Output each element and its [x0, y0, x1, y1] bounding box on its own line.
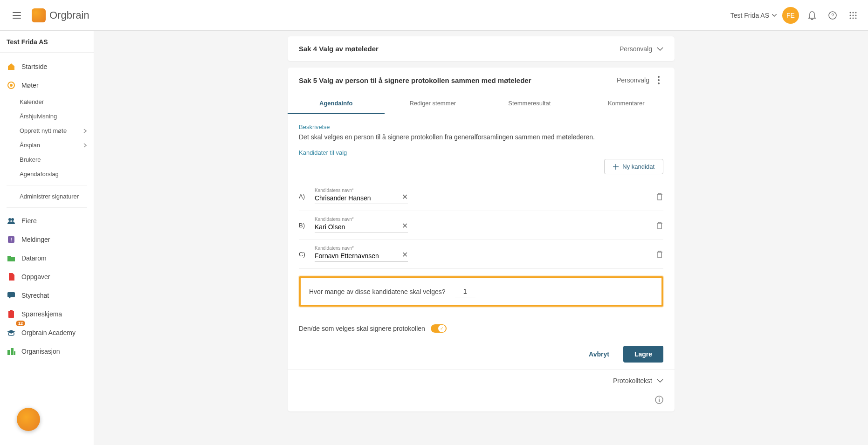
owners-icon	[7, 216, 16, 226]
sidebar-item-sporreskjema[interactable]: Spørreskjema	[0, 305, 94, 323]
candidate-field: Kandidatens navn* ✕	[315, 246, 408, 262]
sidebar-sub-arsplan[interactable]: Årsplan	[0, 138, 94, 152]
hamburger-icon	[13, 12, 21, 19]
how-many-input[interactable]	[455, 286, 475, 297]
chevron-right-icon	[83, 143, 87, 148]
clear-icon[interactable]: ✕	[402, 221, 408, 230]
delete-candidate-button[interactable]	[656, 221, 663, 230]
logo-text: Orgbrain	[49, 9, 90, 21]
org-dropdown-label: Test Frida AS	[730, 12, 769, 19]
svg-rect-20	[7, 350, 10, 355]
svg-text:!: !	[10, 237, 12, 242]
cancel-button[interactable]: Avbryt	[580, 346, 618, 363]
candidate-row: B) Kandidatens navn* ✕	[299, 211, 663, 240]
tab-rediger-stemmer[interactable]: Rediger stemmer	[385, 93, 482, 114]
save-button[interactable]: Lagre	[623, 346, 663, 363]
card-header[interactable]: Sak 4 Valg av møteleder Personvalg	[288, 36, 675, 61]
sidebar-label: Orgbrain Academy	[21, 329, 76, 336]
svg-rect-25	[659, 399, 660, 402]
plus-icon	[613, 164, 619, 170]
sidebar-sub-label: Opprett nytt møte	[20, 127, 67, 134]
candidate-row: A) Kandidatens navn* ✕	[299, 182, 663, 211]
sidebar-item-oppgaver[interactable]: Oppgaver	[0, 267, 94, 286]
apps-button[interactable]	[846, 8, 861, 23]
delete-candidate-button[interactable]	[656, 250, 663, 259]
sidebar-sub-brukere[interactable]: Brukere	[0, 152, 94, 167]
svg-point-3	[853, 12, 854, 13]
avatar[interactable]: FE	[782, 7, 799, 24]
more-options-button[interactable]	[654, 76, 663, 84]
field-label: Kandidatens navn*	[315, 188, 354, 193]
sidebar-label: Styrechat	[21, 292, 49, 299]
sidebar-sub-opprett[interactable]: Opprett nytt møte	[0, 123, 94, 138]
sidebar-item-organisasjon[interactable]: Organisasjon	[0, 342, 94, 361]
chat-icon	[7, 291, 16, 300]
svg-point-14	[11, 218, 14, 221]
svg-rect-22	[14, 351, 15, 355]
svg-rect-17	[7, 292, 15, 297]
sidebar-label: Startside	[21, 63, 47, 70]
delete-candidate-button[interactable]	[656, 192, 663, 201]
field-label: Kandidatens navn*	[315, 246, 354, 251]
svg-point-13	[8, 218, 11, 221]
chevron-down-icon	[657, 379, 663, 383]
card-title: Sak 5 Valg av person til å signere proto…	[299, 76, 531, 84]
header-right: Test Frida AS FE ?	[730, 7, 861, 24]
svg-rect-21	[11, 348, 14, 355]
svg-point-2	[850, 12, 851, 13]
sidebar-label: Møter	[21, 82, 39, 89]
org-dropdown[interactable]: Test Frida AS	[730, 12, 777, 19]
sidebar-label: Organisasjon	[21, 348, 60, 355]
survey-icon	[7, 309, 16, 319]
action-buttons: Avbryt Lagre	[288, 339, 675, 369]
svg-text:?: ?	[831, 13, 834, 18]
card-title: Sak 4 Valg av møteleder	[299, 45, 379, 53]
logo[interactable]: Orgbrain	[32, 8, 90, 22]
academy-icon	[7, 328, 16, 337]
help-button[interactable]: ?	[825, 8, 840, 23]
hamburger-menu-button[interactable]	[7, 6, 26, 25]
how-many-highlight: Hvor mange av disse kandidatene skal vel…	[299, 276, 663, 307]
svg-point-8	[850, 17, 851, 19]
chevron-right-icon	[83, 129, 87, 133]
sidebar-label: Eiere	[21, 217, 37, 225]
protokolltekst-row[interactable]: Protokolltekst	[288, 369, 675, 392]
info-row	[288, 392, 675, 411]
agenda-card-4: Sak 4 Valg av møteleder Personvalg	[288, 36, 675, 61]
sidebar-sub-signaturer[interactable]: Administrer signaturer	[0, 189, 94, 204]
sign-protocol-toggle[interactable]	[431, 324, 447, 333]
sidebar-sub-arshjul[interactable]: Årshjulvisning	[0, 109, 94, 123]
chevron-down-icon[interactable]	[657, 46, 663, 52]
content-column: Sak 4 Valg av møteleder Personvalg Sak 5…	[288, 31, 675, 445]
tab-agendainfo[interactable]: Agendainfo	[288, 93, 385, 114]
sidebar-sub-agenda[interactable]: Agendaforslag	[0, 167, 94, 181]
clear-icon[interactable]: ✕	[402, 192, 408, 201]
notifications-button[interactable]	[805, 8, 820, 23]
clear-icon[interactable]: ✕	[402, 250, 408, 259]
sidebar-item-moter[interactable]: Møter	[0, 76, 94, 95]
new-candidate-label: Ny kandidat	[622, 163, 654, 170]
floating-help-button[interactable]	[17, 408, 40, 431]
sidebar-item-styrechat[interactable]: Styrechat	[0, 286, 94, 305]
tab-stemmeresultat[interactable]: Stemmeresultat	[481, 93, 578, 114]
sidebar-sub-kalender[interactable]: Kalender	[0, 95, 94, 109]
sidebar-label: Oppgaver	[21, 273, 50, 281]
tab-kommentarer[interactable]: Kommentarer	[578, 93, 675, 114]
section-body: Beskrivelse Det skal velges en person ti…	[288, 114, 675, 322]
divider	[7, 185, 87, 185]
sidebar-label: Datarom	[21, 254, 47, 262]
info-icon[interactable]	[655, 396, 663, 404]
sidebar-item-startside[interactable]: Startside	[0, 57, 94, 76]
sidebar-sub-label: Årsplan	[20, 142, 40, 149]
sidebar-item-academy[interactable]: Orgbrain Academy	[0, 323, 94, 342]
sidebar-item-meldinger[interactable]: ! Meldinger	[0, 230, 94, 249]
card-header: Sak 5 Valg av person til å signere proto…	[288, 68, 675, 93]
candidate-letter: B)	[299, 222, 309, 229]
svg-rect-19	[10, 310, 13, 312]
help-icon: ?	[828, 11, 837, 20]
candidate-letter: C)	[299, 251, 309, 258]
sidebar-item-eiere[interactable]: Eiere	[0, 212, 94, 230]
svg-point-12	[10, 84, 13, 87]
sidebar-item-datarom[interactable]: Datarom	[0, 249, 94, 267]
new-candidate-button[interactable]: Ny kandidat	[604, 159, 663, 174]
